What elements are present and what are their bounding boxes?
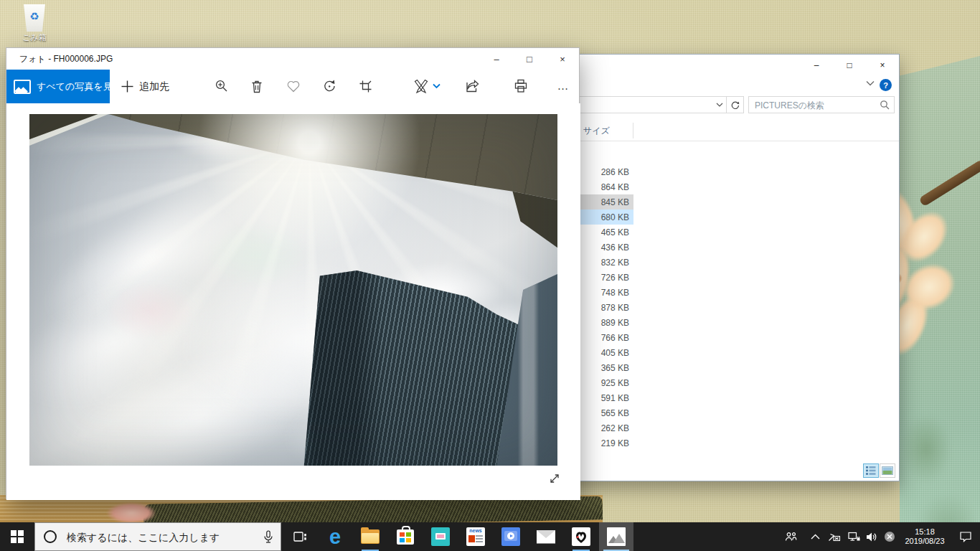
rotate-icon[interactable] <box>318 75 341 98</box>
column-separator[interactable] <box>633 123 633 138</box>
file-size-cell: 219 KB <box>601 438 629 448</box>
file-size-cell: 832 KB <box>601 258 629 268</box>
taskbar-app-mail[interactable] <box>529 522 563 551</box>
taskbar-search-input[interactable] <box>65 526 255 549</box>
see-all-photos-button[interactable]: すべての写真を見る <box>6 70 110 103</box>
see-all-photos-label: すべての写真を見る <box>37 80 122 93</box>
your-phone-icon <box>431 527 450 546</box>
file-size-cell: 878 KB <box>601 303 629 313</box>
file-size-cell: 864 KB <box>601 182 629 192</box>
file-size-cell: 680 KB <box>601 212 629 222</box>
file-size-cell: 766 KB <box>601 333 629 343</box>
mail-icon <box>537 530 555 544</box>
file-size-cell: 436 KB <box>601 242 629 253</box>
size-column-header[interactable]: サイズ <box>583 125 610 137</box>
minimize-button[interactable]: – <box>800 55 833 76</box>
photos-command-bar: すべての写真を見る 追加先 <box>6 70 579 103</box>
taskbar-app-photos[interactable] <box>599 522 633 551</box>
add-to-label: 追加先 <box>139 80 169 93</box>
ime-pen-icon[interactable] <box>825 522 844 551</box>
photo-viewer-area <box>6 103 580 500</box>
explorer-search-input[interactable] <box>753 98 878 113</box>
photos-titlebar[interactable]: フォト - FH000006.JPG – □ × <box>6 48 579 70</box>
file-size-cell: 925 KB <box>601 378 629 388</box>
cortana-icon[interactable] <box>44 530 57 543</box>
wallpaper-pink-petal <box>106 502 156 524</box>
plus-icon <box>121 80 133 93</box>
start-icon <box>11 530 24 543</box>
add-to-button[interactable]: 追加先 <box>121 70 169 103</box>
favorite-icon[interactable] <box>282 75 305 98</box>
details-view-button[interactable] <box>863 463 879 478</box>
file-size-cell: 465 KB <box>601 227 629 237</box>
photo-fh000006 <box>29 114 557 466</box>
file-size-cell: 365 KB <box>601 363 629 373</box>
taskbar-app-store[interactable] <box>388 522 423 551</box>
chevron-up-icon[interactable] <box>806 522 824 551</box>
address-chevron-icon[interactable] <box>715 100 724 109</box>
thumbnails-view-button[interactable] <box>880 463 895 478</box>
maximize-button[interactable]: □ <box>513 48 546 70</box>
file-size-cell: 565 KB <box>601 408 629 418</box>
news-icon: news <box>466 527 485 546</box>
file-size-cell: 591 KB <box>601 393 629 403</box>
file-size-cell: 726 KB <box>601 273 629 283</box>
ribbon-chevron-down-icon[interactable] <box>866 80 875 86</box>
crop-icon[interactable] <box>354 75 377 98</box>
recycle-bin-icon: ♻ <box>22 4 47 32</box>
search-icon[interactable] <box>880 100 890 110</box>
network-icon[interactable] <box>844 522 863 551</box>
photos-app-window: フォト - FH000006.JPG – □ × すべての写真を見る 追加先 <box>6 47 580 499</box>
file-size-cell: 748 KB <box>601 288 629 298</box>
clock-date: 2019/08/23 <box>905 537 944 546</box>
taskbar-app-paint-swirl[interactable] <box>564 522 598 551</box>
close-button[interactable]: × <box>866 55 899 76</box>
volume-icon[interactable] <box>862 522 881 551</box>
photos-icon <box>607 527 626 546</box>
taskbar-search-box[interactable] <box>34 522 281 551</box>
print-icon[interactable] <box>509 75 532 98</box>
edit-icon <box>413 78 429 94</box>
zoom-in-icon[interactable] <box>210 75 233 98</box>
taskbar: e news <box>0 522 980 551</box>
start-button[interactable] <box>0 522 34 551</box>
action-center-icon[interactable] <box>953 522 979 551</box>
taskbar-app-movies-tv[interactable] <box>494 522 528 551</box>
movies-tv-icon <box>501 527 520 546</box>
file-size-cell: 889 KB <box>601 318 629 328</box>
edit-button[interactable] <box>407 75 447 98</box>
task-view-icon <box>293 531 307 543</box>
help-icon[interactable]: ? <box>880 79 892 91</box>
photos-window-title: フォト - FH000006.JPG <box>19 53 113 65</box>
edge-icon: e <box>329 527 341 547</box>
photos-collection-icon <box>14 80 31 94</box>
delete-icon[interactable] <box>245 75 268 98</box>
share-icon[interactable] <box>461 75 484 98</box>
file-size-cell: 286 KB <box>601 167 629 177</box>
people-icon[interactable] <box>781 522 801 551</box>
clock-time: 15:18 <box>915 527 935 537</box>
maximize-button[interactable]: □ <box>833 55 866 76</box>
file-explorer-icon <box>361 529 380 544</box>
paint-swirl-icon <box>572 527 590 546</box>
recycle-bin-label: ごみ箱 <box>11 32 57 43</box>
taskbar-app-file-explorer[interactable] <box>353 522 387 551</box>
microphone-icon[interactable] <box>263 530 273 544</box>
recycle-bin-shortcut[interactable]: ♻ ごみ箱 <box>11 4 57 47</box>
task-view-button[interactable] <box>284 522 316 551</box>
wallpaper-petal-shadow <box>901 415 951 483</box>
taskbar-app-your-phone[interactable] <box>423 522 458 551</box>
store-icon <box>397 529 414 545</box>
minimize-button[interactable]: – <box>480 48 513 70</box>
file-size-cell: 405 KB <box>601 348 629 358</box>
onedrive-offline-icon[interactable] <box>881 522 898 551</box>
taskbar-app-edge[interactable]: e <box>318 522 352 551</box>
close-button[interactable]: × <box>546 48 579 70</box>
refresh-icon[interactable] <box>726 96 744 113</box>
expand-icon[interactable] <box>546 470 563 487</box>
taskbar-clock[interactable]: 15:18 2019/08/23 <box>901 522 948 551</box>
more-icon[interactable]: … <box>552 75 575 98</box>
file-size-cell: 262 KB <box>601 423 629 433</box>
taskbar-app-news[interactable]: news <box>458 522 493 551</box>
explorer-search-box[interactable] <box>748 96 895 113</box>
